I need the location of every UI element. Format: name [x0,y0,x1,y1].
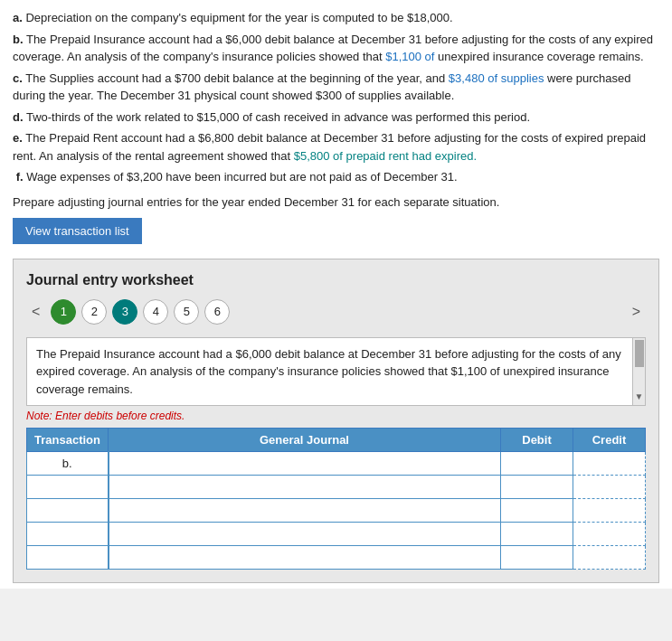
debit-cell-2[interactable] [501,476,573,499]
tab-3-button[interactable]: 3 [112,299,137,325]
debit-cell-1[interactable] [501,452,573,476]
debit-input-3[interactable] [506,504,567,517]
credit-cell-4[interactable] [573,523,646,546]
credit-cell-5[interactable] [573,546,646,570]
transaction-cell-1: b. [27,452,109,476]
nav-prev-button[interactable]: < [26,302,45,322]
note-text: Note: Enter debits before credits. [26,410,646,422]
general-journal-cell-3[interactable] [109,499,501,523]
transaction-cell-5 [27,546,109,570]
highlight-b: $1,100 of [385,50,434,63]
tab-6-button[interactable]: 6 [204,299,230,325]
journal-entry-worksheet: Journal entry worksheet < 1 2 3 4 5 6 > … [13,259,659,584]
problem-item-c: c. The Supplies account had a $700 debit… [13,70,659,105]
credit-input-4[interactable] [579,527,639,541]
view-transaction-list-button[interactable]: View transaction list [13,218,142,244]
problem-item-d: d. Two-thirds of the work related to $15… [13,108,659,127]
header-transaction: Transaction [27,429,109,452]
description-text: The Prepaid Insurance account had a $6,0… [36,345,636,399]
debit-input-2[interactable] [506,480,567,494]
tab-2-button[interactable]: 2 [81,299,107,325]
table-row [27,546,646,570]
main-content: a. Depreciation on the company's equipme… [0,0,672,589]
header-general-journal: General Journal [109,429,501,452]
general-journal-cell-5[interactable] [109,546,501,570]
description-box: The Prepaid Insurance account had a $6,0… [26,337,646,407]
highlight-e: $5,800 of prepaid rent had expired. [294,149,477,163]
scrollbar-thumb [635,340,644,367]
general-journal-input-2[interactable] [115,480,496,494]
table-row: b. [27,452,646,476]
debit-input-1[interactable] [506,457,567,470]
credit-input-5[interactable] [579,551,639,564]
journal-table: Transaction General Journal Debit Credit… [26,428,646,570]
credit-input-3[interactable] [579,504,639,517]
problem-item-e: e. The Prepaid Rent account had a $6,800… [13,129,659,165]
table-row [27,499,646,523]
credit-cell-2[interactable] [573,476,646,499]
scrollbar-down-arrow: ▼ [635,390,644,403]
debit-input-4[interactable] [506,527,567,541]
scrollbar[interactable]: ▼ [632,338,645,406]
header-debit: Debit [501,429,573,452]
tab-5-button[interactable]: 5 [174,299,199,325]
transaction-cell-4 [27,523,109,546]
problem-item-a: a. Depreciation on the company's equipme… [13,9,659,27]
credit-input-2[interactable] [579,480,639,494]
debit-cell-3[interactable] [501,499,573,523]
problem-item-f: f. Wage expenses of $3,200 have been inc… [13,168,659,186]
general-journal-input-4[interactable] [115,527,496,541]
table-row [27,523,646,546]
highlight-c: $3,480 of supplies [449,71,544,85]
tab-4-button[interactable]: 4 [143,299,168,325]
transaction-cell-2 [27,476,109,499]
table-row [27,476,646,499]
general-journal-input-5[interactable] [115,551,496,564]
description-box-wrapper: The Prepaid Insurance account had a $6,0… [26,337,646,407]
header-credit: Credit [573,429,646,452]
credit-cell-3[interactable] [573,499,646,523]
debit-input-5[interactable] [506,551,567,564]
problem-text: a. Depreciation on the company's equipme… [13,9,659,186]
prepare-text: Prepare adjusting journal entries for th… [13,195,659,209]
general-journal-input-3[interactable] [115,504,496,517]
general-journal-input-1[interactable] [115,457,496,470]
debit-cell-4[interactable] [501,523,573,546]
transaction-cell-3 [27,499,109,523]
table-header-row: Transaction General Journal Debit Credit [27,429,646,452]
general-journal-cell-4[interactable] [109,523,501,546]
nav-next-button[interactable]: > [627,302,646,322]
problem-item-b: b. The Prepaid Insurance account had a $… [13,31,659,66]
credit-cell-1[interactable] [573,452,646,476]
debit-cell-5[interactable] [501,546,573,570]
credit-input-1[interactable] [579,457,639,470]
tab-navigation: < 1 2 3 4 5 6 > [26,299,646,325]
general-journal-cell-1[interactable] [109,452,501,476]
general-journal-cell-2[interactable] [109,476,501,499]
tab-1-button[interactable]: 1 [51,299,76,325]
worksheet-title: Journal entry worksheet [26,272,646,288]
